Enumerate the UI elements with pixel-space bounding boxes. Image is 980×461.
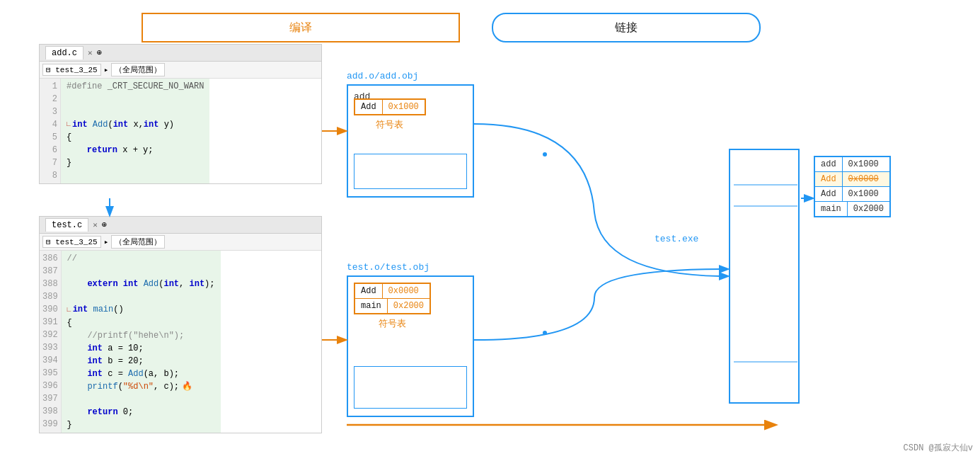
test-code-line-396: printf("%d\n", c);🔥 [67,380,215,393]
add-obj-outer: add Add 0x1000 符号表 [347,84,474,198]
test-code-line-386: // [67,252,215,265]
exe-wave-1 [734,171,797,186]
link-label: 链接 [615,21,638,35]
test-pin: ⊕ [102,220,107,230]
code-line-6: return x + y; [67,144,204,156]
watermark: CSDN @孤寂大仙v [904,442,973,454]
add-panel-header: add.c ✕ ⊕ [40,45,321,62]
add-scope-right[interactable]: （全局范围） [111,63,165,76]
exe-symbol-section: add 0x1000 Add 0x0000 Add 0x1000 main 0x… [814,156,891,217]
exe-sym-cell-1a: add [815,157,843,171]
exe-wave-2 [734,193,797,207]
add-sym-val-1: 0x1000 [383,100,425,114]
add-symbol-label: 符号表 [354,118,426,131]
add-toolbar: ⊟ test_3_25 ▸ （全局范围） [40,62,321,79]
add-panel: add.c ✕ ⊕ ⊟ test_3_25 ▸ （全局范围） 1 2 3 4 5… [39,44,322,184]
test-obj-label: test.o/test.obj [347,262,474,273]
add-symbol-inner: Add 0x1000 [354,98,426,115]
toolbar-sep2: ▸ [104,237,109,246]
exe-sym-cell-3b: 0x1000 [843,187,884,201]
test-close[interactable]: ✕ [93,220,98,229]
add-pin: ⊕ [97,47,102,58]
test-panel: test.c ✕ ⊕ ⊟ test_3_25 ▸ （全局范围） 386 387 … [39,216,322,433]
compile-label: 编译 [289,21,312,35]
test-sym-row-2: main 0x2000 [355,299,430,313]
test-scope-left[interactable]: ⊟ test_3_25 [42,236,101,248]
add-code-content: 1 2 3 4 5 6 7 8 #define _CRT_SECURE_NO_W… [40,79,321,183]
code-line-3 [67,106,204,118]
test-symbol-label: 符号表 [354,317,431,330]
add-sym-name-1: Add [355,100,383,114]
exe-symbol-box: add 0x1000 Add 0x0000 Add 0x1000 main 0x… [814,156,891,217]
add-inner-rect [354,154,467,189]
add-scope-left[interactable]: ⊟ test_3_25 [42,64,101,76]
svg-point-6 [543,331,547,335]
test-code-content: 386 387 388 389 390 391 392 393 394 395 … [40,251,321,433]
add-line-numbers: 1 2 3 4 5 6 7 8 [40,79,61,183]
exe-sym-cell-4b: 0x2000 [848,202,889,216]
code-line-2 [67,93,204,106]
exe-sym-row-3: Add 0x1000 [815,187,889,202]
exe-sym-cell-1b: 0x1000 [843,157,884,171]
exe-sym-cell-3a: Add [815,187,843,201]
test-line-numbers: 386 387 388 389 390 391 392 393 394 395 … [40,251,62,433]
test-sym-row-1: Add 0x0000 [355,284,430,299]
exe-label: test.exe [655,234,698,244]
test-code-line-395: int c = Add(a, b); [67,368,215,380]
exe-wave-3 [734,348,797,363]
add-sym-row-1: Add 0x1000 [355,100,425,114]
test-code-line-398: return 0; [67,406,215,419]
test-panel-header: test.c ✕ ⊕ [40,217,321,234]
exe-sym-cell-2a: Add [815,172,843,186]
add-close[interactable]: ✕ [88,48,93,57]
add-obj-label: add.o/add.obj [347,71,474,81]
test-code-line-394: int b = 20; [67,355,215,368]
svg-point-5 [543,152,547,156]
exe-sym-cell-4a: main [815,202,848,216]
add-obj-section: add.o/add.obj add Add 0x1000 符号表 [347,71,474,198]
test-sym-val-1: 0x0000 [383,284,425,298]
test-symbol-inner: Add 0x0000 main 0x2000 [354,283,431,314]
add-code-lines: #define _CRT_SECURE_NO_WARN ∟int Add(int… [61,79,209,183]
test-sym-val-2: 0x2000 [388,299,430,313]
test-code-line-387 [67,265,215,278]
test-code-line-397 [67,393,215,406]
code-line-7: } [67,156,204,169]
exe-sym-row-1: add 0x1000 [815,157,889,172]
test-scope-right[interactable]: （全局范围） [111,235,165,249]
code-line-4: ∟int Add(int x, int y) [67,118,204,131]
exe-sym-row-2: Add 0x0000 [815,172,889,187]
test-obj-outer: Add 0x0000 main 0x2000 符号表 [347,275,474,417]
code-line-8 [67,169,204,182]
exe-sym-row-4: main 0x2000 [815,202,889,216]
test-code-line-399: } [67,419,215,431]
test-code-lines: // extern int Add(int, int); ∟int main()… [62,251,221,433]
test-symbol-table: Add 0x0000 main 0x2000 符号表 [354,283,431,330]
code-line-1: #define _CRT_SECURE_NO_WARN [67,80,204,93]
test-code-line-388: extern int Add(int, int); [67,278,215,290]
test-sym-name-2: main [355,299,388,313]
test-code-line-389 [67,290,215,303]
test-inner-rect [354,366,467,409]
test-code-line-393: int a = 10; [67,342,215,355]
test-sym-name-1: Add [355,284,383,298]
link-box: 链接 [492,13,761,42]
main-container: 编译 链接 add.c ✕ ⊕ ⊟ test_3_25 ▸ （全局范围） 1 2… [0,0,980,461]
test-code-line-390: ∟int main() [67,303,215,317]
test-code-line-392: //printf("hehe\n"); [67,329,215,342]
exe-sym-cell-2b: 0x0000 [843,172,884,186]
add-tab[interactable]: add.c [45,46,83,59]
add-symbol-table: Add 0x1000 符号表 [354,98,426,131]
test-code-line-391: { [67,317,215,329]
test-tab[interactable]: test.c [45,218,88,232]
exe-main-box [729,149,800,404]
test-toolbar: ⊟ test_3_25 ▸ （全局范围） [40,234,321,251]
test-obj-section: test.o/test.obj Add 0x0000 main 0x2000 符… [347,262,474,417]
code-line-5: { [67,131,204,144]
toolbar-sep: ▸ [104,65,109,74]
compile-box: 编译 [142,13,460,42]
